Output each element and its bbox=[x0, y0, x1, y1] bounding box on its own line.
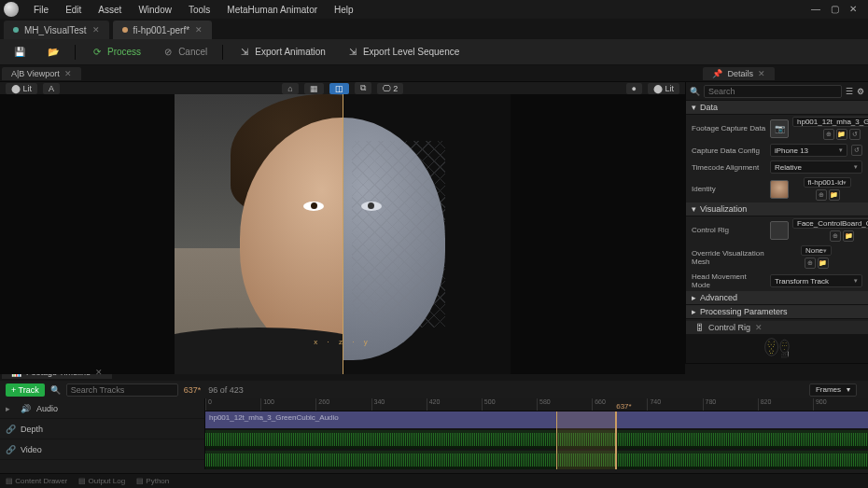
menu-asset[interactable]: Asset bbox=[91, 3, 129, 17]
close-icon[interactable]: ✕ bbox=[755, 323, 763, 332]
close-button[interactable]: ✕ bbox=[847, 4, 859, 15]
chevron-down-icon: ▾ bbox=[854, 277, 858, 285]
timeline-canvas[interactable]: 0 100 260 340 420 500 580 660 740 780 82… bbox=[205, 398, 868, 469]
cancel-icon: ⊘ bbox=[161, 46, 175, 59]
config-dropdown[interactable]: iPhone 13▾ bbox=[770, 144, 847, 157]
cancel-button[interactable]: ⊘Cancel bbox=[156, 43, 213, 62]
loop-region[interactable] bbox=[556, 411, 616, 469]
waveform-depth[interactable] bbox=[205, 430, 868, 449]
browse-button[interactable]: 📂 bbox=[41, 43, 65, 62]
dot-dirty-icon bbox=[122, 27, 128, 33]
browse-icon[interactable]: 📁 bbox=[818, 258, 829, 269]
lit-mode-b[interactable]: ⬤ Lit bbox=[648, 83, 679, 94]
control-rig-panel[interactable]: TWEAKERS bbox=[686, 334, 868, 363]
python-console-button[interactable]: ▤ Python bbox=[136, 477, 169, 485]
details-search-input[interactable] bbox=[704, 85, 842, 98]
footage-dropdown[interactable]: hp001_12t_mha_3_Greer▾ bbox=[792, 117, 868, 127]
reset-icon[interactable]: ↺ bbox=[849, 129, 861, 140]
svg-point-1 bbox=[780, 340, 789, 353]
headmove-dropdown[interactable]: Transform Track▾ bbox=[770, 274, 862, 287]
add-track-button[interactable]: + Track bbox=[6, 383, 45, 397]
browse-icon[interactable]: 📁 bbox=[829, 189, 840, 201]
asset-tab-visualtest[interactable]: MH_VisualTest ✕ bbox=[4, 21, 109, 39]
clip-area[interactable]: hp001_12t_mha_3_GreenCubic_Audio 637* bbox=[205, 411, 868, 469]
track-depth[interactable]: 🔗Depth bbox=[0, 419, 204, 439]
svg-rect-14 bbox=[783, 342, 784, 343]
gear-icon[interactable]: ⚙ bbox=[857, 87, 864, 96]
close-icon[interactable]: ✕ bbox=[92, 25, 100, 35]
time-ruler[interactable]: 0 100 260 340 420 500 580 660 740 780 82… bbox=[205, 398, 868, 411]
prop-ctrlrig: Control Rig Face_ControlBoard_CtrlR▾ ⊕📁 bbox=[686, 216, 868, 244]
timeline-search-input[interactable] bbox=[66, 383, 178, 397]
close-icon[interactable]: ✕ bbox=[195, 25, 203, 35]
section-processing[interactable]: ▸Processing Parameters bbox=[686, 305, 868, 319]
viewport-count[interactable]: 🖵 2 bbox=[377, 83, 404, 94]
control-rig-tab[interactable]: 🎛Control Rig✕ bbox=[686, 321, 868, 334]
svg-rect-15 bbox=[786, 342, 787, 343]
identity-thumb-icon[interactable] bbox=[770, 180, 789, 199]
section-data[interactable]: ▾Data bbox=[686, 101, 868, 115]
maximize-button[interactable]: ▢ bbox=[829, 4, 840, 15]
browse-icon[interactable]: 📁 bbox=[836, 129, 847, 140]
playhead[interactable]: 637* bbox=[616, 411, 617, 469]
svg-rect-3 bbox=[774, 342, 775, 342]
playhead-frame: 637* bbox=[616, 402, 631, 411]
content-drawer-button[interactable]: ▤ Content Drawer bbox=[6, 477, 67, 485]
split-compare-icon[interactable]: ◫ bbox=[329, 83, 349, 94]
section-visualization[interactable]: ▾Visualization bbox=[686, 202, 868, 216]
wireframe-icon[interactable]: ▦ bbox=[304, 83, 324, 94]
identity-dropdown[interactable]: fi-hp001-id▾ bbox=[804, 177, 852, 188]
menu-edit[interactable]: Edit bbox=[58, 3, 89, 17]
details-tab[interactable]: 📌Details✕ bbox=[703, 67, 775, 80]
close-icon[interactable]: ✕ bbox=[95, 368, 103, 377]
process-label: Process bbox=[107, 47, 141, 57]
tick: 740 bbox=[647, 398, 702, 411]
menu-file[interactable]: File bbox=[26, 3, 56, 17]
svg-rect-10 bbox=[769, 351, 770, 352]
asset-tab-perf[interactable]: fi-hp001-perf* ✕ bbox=[113, 21, 213, 39]
output-log-button[interactable]: ▤ Output Log bbox=[78, 477, 125, 485]
audio-clip[interactable]: hp001_12t_mha_3_GreenCubic_Audio bbox=[205, 411, 868, 428]
timeline-area: 📊Footage Timeline✕ + Track 🔍 637* 96 of … bbox=[0, 363, 868, 488]
perspective-icon[interactable]: ⌂ bbox=[282, 83, 298, 94]
viewport-canvas[interactable]: x · z · y bbox=[0, 94, 685, 374]
track-audio[interactable]: ▸🔊Audio bbox=[0, 398, 204, 419]
waveform-video[interactable] bbox=[205, 451, 868, 469]
export-animation-button[interactable]: ⇲Export Animation bbox=[232, 43, 331, 62]
viewport-tab[interactable]: A|B Viewport✕ bbox=[2, 67, 81, 80]
section-advanced[interactable]: ▸Advanced bbox=[686, 291, 868, 305]
process-button[interactable]: ⟳Process bbox=[85, 43, 147, 62]
use-selected-icon[interactable]: ⊕ bbox=[816, 189, 827, 201]
viewport-a-select[interactable]: A bbox=[43, 83, 60, 94]
time-mode-dropdown[interactable]: Frames▾ bbox=[809, 383, 857, 397]
close-icon[interactable]: ✕ bbox=[758, 69, 765, 78]
filter-icon[interactable]: ☰ bbox=[846, 87, 853, 96]
use-selected-icon[interactable]: ⊕ bbox=[830, 230, 841, 242]
menu-help[interactable]: Help bbox=[327, 3, 361, 17]
menu-tools[interactable]: Tools bbox=[181, 3, 217, 17]
lit-mode-a[interactable]: ⬤ Lit bbox=[6, 83, 37, 94]
track-video[interactable]: 🔗Video bbox=[0, 439, 204, 460]
use-selected-icon[interactable]: ⊕ bbox=[805, 258, 816, 269]
ctrlrig-thumb-icon[interactable] bbox=[770, 221, 789, 240]
reset-icon[interactable]: ↺ bbox=[851, 145, 862, 156]
panel-tab-row: A|B Viewport✕ 📌Details✕ bbox=[0, 65, 868, 82]
close-icon[interactable]: ✕ bbox=[64, 69, 72, 78]
footage-thumb-icon[interactable]: 📷 bbox=[770, 119, 789, 138]
split-divider[interactable] bbox=[343, 94, 343, 374]
minimize-button[interactable]: — bbox=[810, 4, 821, 15]
timecode-dropdown[interactable]: Relative▾ bbox=[770, 160, 862, 174]
save-button[interactable]: 💾 bbox=[7, 43, 32, 62]
tick: 420 bbox=[427, 398, 482, 411]
browse-icon[interactable]: 📁 bbox=[843, 230, 854, 242]
use-selected-icon[interactable]: ⊕ bbox=[823, 129, 834, 140]
ctrlrig-dropdown[interactable]: Face_ControlBoard_CtrlR▾ bbox=[792, 218, 868, 229]
metahuman-mesh bbox=[343, 94, 511, 374]
menu-mha[interactable]: MetaHuman Animator bbox=[219, 3, 325, 17]
override-dropdown[interactable]: None▾ bbox=[801, 245, 832, 256]
label-footage: Footage Capture Data bbox=[692, 124, 766, 132]
compare-icon[interactable]: ⧉ bbox=[355, 82, 371, 94]
export-sequence-button[interactable]: ⇲Export Level Sequence bbox=[341, 43, 465, 62]
menu-window[interactable]: Window bbox=[131, 3, 179, 17]
render-sphere-icon[interactable]: ● bbox=[626, 83, 642, 94]
